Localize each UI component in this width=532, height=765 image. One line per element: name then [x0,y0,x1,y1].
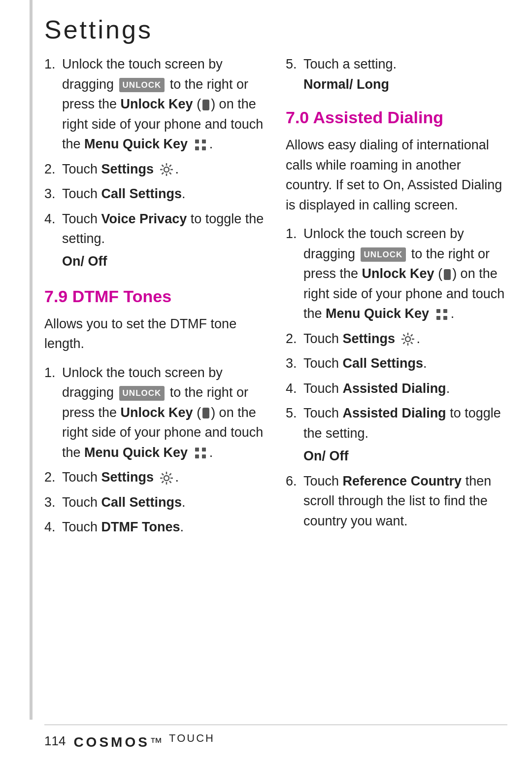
bold-text: Assisted Dialing [343,381,446,396]
list-item: 2. Touch Settings [286,329,507,349]
list-item: 4. Touch DTMF Tones. [44,517,266,537]
svg-line-22 [162,473,164,475]
bold-text: Call Settings [101,495,182,510]
bold-text: Assisted Dialing [343,406,446,420]
bold-text: Reference Country [343,474,462,488]
menu-quick-key-icon [193,446,208,460]
list-num: 2. [286,329,299,349]
list-item: 5. Touch Assisted Dialing to toggle the … [286,403,507,466]
list-num: 4. [286,379,299,399]
list-num: 1. [44,54,58,154]
svg-rect-2 [195,146,199,150]
page-title: Settings [44,15,153,44]
list-content: Unlock the touch screen by dragging UNLO… [62,363,266,463]
list-num: 4. [44,517,58,537]
bold-text: Settings [101,162,154,176]
list-item: 1. Unlock the touch screen by dragging U… [44,363,266,463]
list-content: Unlock the touch screen by dragging UNLO… [303,224,507,324]
list-content: Touch Reference Country then scroll thro… [303,471,507,531]
brand-name: COSMOS™ TOUCH [73,732,215,750]
list-item: 3. Touch Call Settings. [286,353,507,374]
unlock-badge: UNLOCK [119,78,165,93]
list-item: 4. Touch Voice Privacy to toggle the set… [44,209,266,249]
svg-rect-0 [195,139,199,143]
bold-text: Call Settings [343,356,424,371]
bold-text: Settings [343,331,396,346]
bold-text: Unlock Key [362,266,434,281]
brand-cosmos: COSMOS [73,734,149,750]
menu-quick-key-icon [193,138,208,152]
dtmf-heading: 7.9 DTMF Tones [44,287,266,306]
list-num: 1. [286,224,299,324]
intro-list: 1. Unlock the touch screen by dragging U… [44,54,266,249]
setting-value: Normal/ Long [303,77,389,92]
brand-touch: TOUCH [169,732,215,744]
list-num: 6. [286,471,299,531]
page-number: 114 [44,733,66,749]
list-num: 2. [44,159,58,179]
list-content: Touch Call Settings. [62,184,266,204]
content-columns: 1. Unlock the touch screen by dragging U… [44,54,507,542]
list-content: Touch a setting. Normal/ Long [303,54,507,94]
svg-rect-1 [202,139,206,143]
list-item: 6. Touch Reference Country then scroll t… [286,471,507,531]
settings-icon [159,471,174,486]
svg-line-23 [169,481,171,483]
svg-line-25 [162,481,164,483]
list-content: Touch Assisted Dialing to toggle the set… [303,403,507,466]
svg-line-9 [162,165,164,167]
left-accent-bar [30,0,33,720]
unlock-badge: UNLOCK [361,247,406,262]
bold-text: DTMF Tones [101,520,180,534]
voice-privacy-value: On/ Off [62,254,266,269]
assisted-dialing-list: 1. Unlock the touch screen by dragging U… [286,224,507,531]
svg-rect-14 [202,448,206,452]
svg-rect-26 [436,309,440,313]
list-item: 1. Unlock the touch screen by dragging U… [44,54,266,154]
list-num: 5. [286,403,299,466]
list-num: 3. [44,184,58,204]
list-num: 1. [44,363,58,463]
list-content: Touch Call Settings. [303,353,507,374]
svg-line-24 [169,473,171,475]
svg-line-10 [169,173,171,174]
svg-rect-27 [443,309,447,313]
bold-text: Menu Quick Key [326,306,429,321]
list-num: 5. [286,54,299,94]
menu-quick-key-icon [434,307,449,322]
svg-rect-16 [202,454,206,458]
svg-line-35 [403,335,405,337]
svg-point-4 [164,167,169,172]
bold-text: Unlock Key [121,97,193,111]
step5-list: 5. Touch a setting. Normal/ Long [286,54,507,94]
list-content: Touch Settings [62,467,266,487]
bold-text: Unlock Key [121,405,193,420]
assisted-dialing-value: On/ Off [303,446,348,466]
svg-line-37 [411,335,413,337]
list-num: 4. [44,209,58,249]
unlock-key-icon [202,100,209,110]
list-num: 3. [286,353,299,374]
list-content: Unlock the touch screen by dragging UNLO… [62,54,266,154]
assisted-dialing-section: 7.0 Assisted Dialing Allows easy dialing… [286,108,507,531]
svg-rect-29 [443,316,447,320]
page-container: Settings 1. Unlock the touch screen by d… [0,0,532,765]
svg-line-38 [403,342,405,344]
list-item: 5. Touch a setting. Normal/ Long [286,54,507,94]
list-item: 2. Touch Settings [44,159,266,179]
list-item: 2. Touch Settings [44,467,266,487]
svg-rect-28 [436,316,440,320]
list-item: 3. Touch Call Settings. [44,184,266,204]
svg-rect-15 [195,454,199,458]
list-item: 1. Unlock the touch screen by dragging U… [286,224,507,324]
dtmf-description: Allows you to set the DTMF tone length. [44,314,266,354]
svg-line-36 [411,342,413,344]
assisted-dialing-description: Allows easy dialing of international cal… [286,135,507,215]
list-content: Touch Assisted Dialing. [303,379,507,399]
left-column: 1. Unlock the touch screen by dragging U… [44,54,266,542]
bold-text: Settings [101,470,154,485]
svg-rect-13 [195,448,199,452]
list-content: Touch Settings [303,329,507,349]
dtmf-list: 1. Unlock the touch screen by dragging U… [44,363,266,537]
list-content: Touch Call Settings. [62,492,266,513]
